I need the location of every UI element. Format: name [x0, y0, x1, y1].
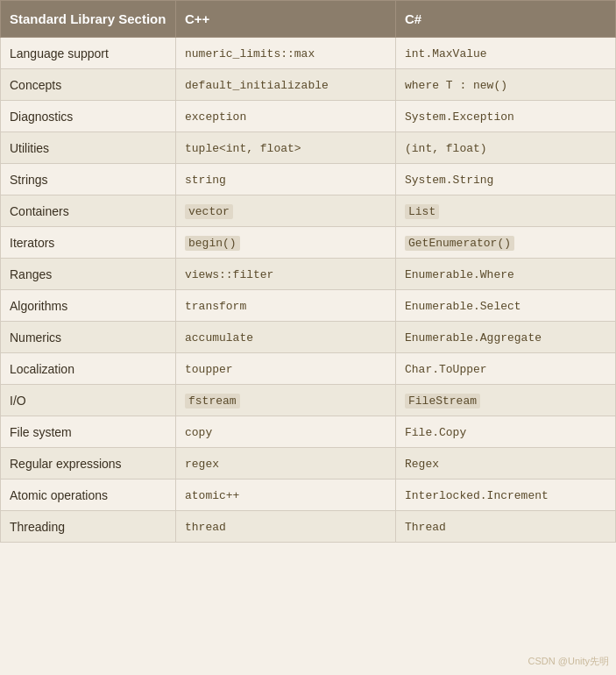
csharp-cell: Char.ToUpper: [396, 353, 616, 385]
table-row: ThreadingthreadThread: [1, 511, 616, 543]
section-cell: Diagnostics: [1, 101, 176, 132]
cpp-cell: fstream: [176, 385, 396, 416]
cpp-cell: default_initializable: [176, 69, 396, 101]
table-row: I/OfstreamFileStream: [1, 385, 616, 416]
cpp-cell: views::filter: [176, 259, 396, 290]
table-row: Regular expressionsregexRegex: [1, 448, 616, 480]
csharp-cell: Regex: [396, 448, 616, 480]
table-row: Language supportnumeric_limits::maxint.M…: [1, 38, 616, 69]
section-cell: Language support: [1, 38, 176, 69]
csharp-cell: Thread: [396, 511, 616, 543]
section-cell: Algorithms: [1, 290, 176, 322]
header-csharp: C#: [396, 1, 616, 38]
cpp-cell: thread: [176, 511, 396, 543]
section-cell: Regular expressions: [1, 448, 176, 480]
section-cell: Utilities: [1, 132, 176, 164]
cpp-cell: accumulate: [176, 322, 396, 353]
comparison-table: Standard Library Section C++ C# Language…: [0, 0, 616, 543]
section-cell: Numerics: [1, 322, 176, 353]
table-row: Atomic operationsatomic++Interlocked.Inc…: [1, 480, 616, 511]
table-row: Iteratorsbegin()GetEnumerator(): [1, 227, 616, 259]
section-cell: Iterators: [1, 227, 176, 259]
table-row: DiagnosticsexceptionSystem.Exception: [1, 101, 616, 132]
csharp-cell: List: [396, 195, 616, 227]
csharp-cell: Enumerable.Select: [396, 290, 616, 322]
table-row: AlgorithmstransformEnumerable.Select: [1, 290, 616, 322]
section-cell: File system: [1, 416, 176, 448]
section-cell: Ranges: [1, 259, 176, 290]
table-row: ContainersvectorList: [1, 195, 616, 227]
table-row: StringsstringSystem.String: [1, 164, 616, 195]
table-row: Rangesviews::filterEnumerable.Where: [1, 259, 616, 290]
cpp-cell: atomic++: [176, 480, 396, 511]
section-cell: Strings: [1, 164, 176, 195]
csharp-cell: Enumerable.Where: [396, 259, 616, 290]
watermark-text: CSDN @Unity先明: [528, 655, 609, 668]
cpp-cell: exception: [176, 101, 396, 132]
section-cell: I/O: [1, 385, 176, 416]
table-row: File systemcopyFile.Copy: [1, 416, 616, 448]
csharp-cell: Interlocked.Increment: [396, 480, 616, 511]
section-cell: Localization: [1, 353, 176, 385]
cpp-cell: tuple<int, float>: [176, 132, 396, 164]
csharp-cell: Enumerable.Aggregate: [396, 322, 616, 353]
table-row: Conceptsdefault_initializablewhere T : n…: [1, 69, 616, 101]
section-cell: Threading: [1, 511, 176, 543]
cpp-cell: copy: [176, 416, 396, 448]
section-cell: Concepts: [1, 69, 176, 101]
csharp-cell: int.MaxValue: [396, 38, 616, 69]
csharp-cell: System.String: [396, 164, 616, 195]
cpp-cell: numeric_limits::max: [176, 38, 396, 69]
cpp-cell: string: [176, 164, 396, 195]
csharp-cell: File.Copy: [396, 416, 616, 448]
cpp-cell: toupper: [176, 353, 396, 385]
csharp-cell: GetEnumerator(): [396, 227, 616, 259]
table-row: Utilitiestuple<int, float>(int, float): [1, 132, 616, 164]
cpp-cell: begin(): [176, 227, 396, 259]
csharp-cell: FileStream: [396, 385, 616, 416]
csharp-cell: System.Exception: [396, 101, 616, 132]
csharp-cell: where T : new(): [396, 69, 616, 101]
csharp-cell: (int, float): [396, 132, 616, 164]
section-cell: Atomic operations: [1, 480, 176, 511]
cpp-cell: regex: [176, 448, 396, 480]
table-row: LocalizationtoupperChar.ToUpper: [1, 353, 616, 385]
header-section: Standard Library Section: [1, 1, 176, 38]
table-row: NumericsaccumulateEnumerable.Aggregate: [1, 322, 616, 353]
cpp-cell: transform: [176, 290, 396, 322]
header-cpp: C++: [176, 1, 396, 38]
cpp-cell: vector: [176, 195, 396, 227]
section-cell: Containers: [1, 195, 176, 227]
